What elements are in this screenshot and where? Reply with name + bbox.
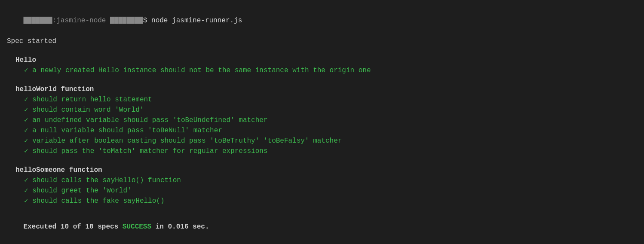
spec-helloworld-4: ✓ a null variable should pass 'toBeNull'…: [7, 125, 637, 136]
spec-hellosomeone-3: ✓ should calls the fake sayHello(): [7, 196, 637, 206]
spec-started: Spec started: [7, 36, 637, 46]
prompt-command: $ node jasmine-runner.js: [143, 17, 242, 24]
section-hello: Hello ✓ a newly created Hello instance s…: [7, 55, 637, 76]
spec-helloworld-1: ✓ should return hello statement: [7, 95, 637, 105]
section-hellosomeone: helloSomeone function ✓ should calls the…: [7, 165, 637, 206]
spec-helloworld-3: ✓ an undefined variable should pass 'toB…: [7, 115, 637, 125]
section-hello-header: Hello: [7, 55, 637, 65]
prompt-line: ███████:jasmine-node ████████$ node jasm…: [7, 5, 637, 36]
spec-hellosomeone-1: ✓ should calls the sayHello() function: [7, 175, 637, 186]
spec-helloworld-5: ✓ variable after boolean casting should …: [7, 136, 637, 146]
section-hellosomeone-header: helloSomeone function: [7, 165, 637, 175]
spec-hello-1: ✓ a newly created Hello instance should …: [7, 65, 637, 76]
spec-helloworld-6: ✓ should pass the 'toMatch' matcher for …: [7, 146, 637, 156]
section-helloworld-header: helloWorld function: [7, 84, 637, 95]
summary-success: SUCCESS: [123, 223, 151, 231]
summary-suffix: in 0.016 sec.: [151, 223, 209, 231]
section-helloworld: helloWorld function ✓ should return hell…: [7, 84, 637, 156]
terminal-container: ███████:jasmine-node ████████$ node jasm…: [7, 5, 637, 242]
prompt-prefix: ███████:jasmine-node ████████: [23, 17, 143, 24]
spec-hellosomeone-2: ✓ should greet the 'World': [7, 186, 637, 196]
spec-helloworld-2: ✓ should contain word 'World': [7, 105, 637, 115]
summary-line: Executed 10 of 10 specs SUCCESS in 0.016…: [7, 211, 637, 242]
summary-prefix: Executed 10 of 10 specs: [23, 223, 122, 231]
